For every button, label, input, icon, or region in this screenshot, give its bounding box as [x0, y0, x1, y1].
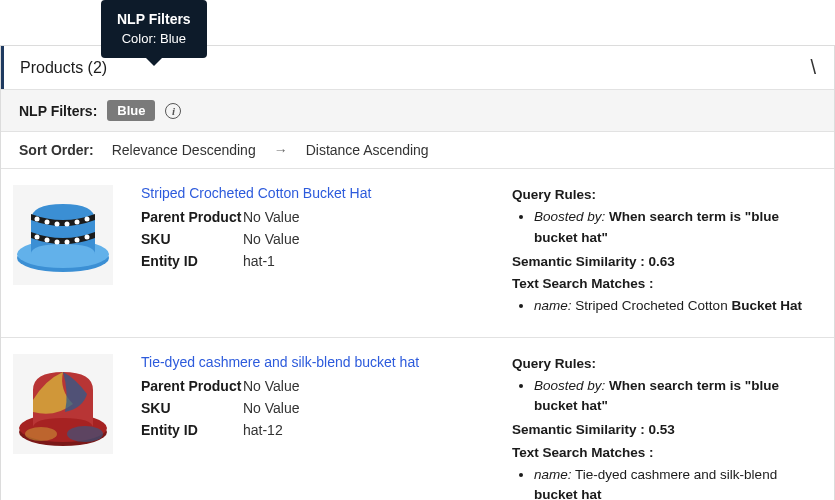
matches-list: name: Tie-dyed cashmere and silk-blend b…	[534, 465, 822, 500]
svg-point-17	[25, 427, 57, 441]
similarity-label: Semantic Similarity : 0.53	[512, 420, 822, 440]
similarity-prefix: Semantic Similarity :	[512, 422, 649, 437]
match-text-bold: bucket hat	[534, 487, 602, 500]
tooltip-subtitle: Color: Blue	[117, 30, 191, 48]
similarity-label: Semantic Similarity : 0.63	[512, 252, 822, 272]
field-value: No Value	[243, 231, 300, 247]
field-value: hat-12	[243, 422, 283, 438]
query-rules-label: Query Rules:	[512, 185, 822, 205]
svg-point-4	[55, 222, 60, 227]
info-icon[interactable]: i	[165, 103, 181, 119]
field-label: Entity ID	[141, 253, 243, 269]
explain-panel: Query Rules: Boosted by: When search ter…	[512, 185, 822, 321]
sort-row: Sort Order: Relevance Descending → Dista…	[1, 131, 834, 168]
arrow-right-icon: →	[274, 142, 288, 158]
boosted-by-label: Boosted by:	[534, 209, 605, 224]
field-sku: SKU No Value	[141, 231, 484, 247]
svg-point-12	[75, 238, 80, 243]
product-thumbnail[interactable]	[13, 185, 113, 285]
list-item: Boosted by: When search term is "blue bu…	[534, 207, 822, 248]
field-value: No Value	[243, 378, 300, 394]
matches-label: Text Search Matches :	[512, 443, 822, 463]
similarity-value: 0.53	[649, 422, 675, 437]
result-row: Tie-dyed cashmere and silk-blend bucket …	[1, 337, 834, 501]
svg-point-11	[65, 240, 70, 245]
field-label: SKU	[141, 400, 243, 416]
sort-label: Sort Order:	[19, 142, 94, 158]
field-entity-id: Entity ID hat-1	[141, 253, 484, 269]
similarity-prefix: Semantic Similarity :	[512, 254, 649, 269]
boosted-by-label: Boosted by:	[534, 378, 605, 393]
match-text-prefix: Striped Crocheted Cotton	[575, 298, 731, 313]
tooltip-color-value: Blue	[160, 31, 186, 46]
sort-secondary: Distance Ascending	[306, 142, 429, 158]
match-text-prefix: Tie-dyed cashmere and silk-blend	[575, 467, 777, 482]
list-item: name: Tie-dyed cashmere and silk-blend b…	[534, 465, 822, 500]
svg-point-8	[35, 235, 40, 240]
product-meta: Striped Crocheted Cotton Bucket Hat Pare…	[141, 185, 484, 321]
results-list: Striped Crocheted Cotton Bucket Hat Pare…	[1, 168, 834, 500]
hat-image-icon	[15, 196, 111, 274]
field-sku: SKU No Value	[141, 400, 484, 416]
sort-primary: Relevance Descending	[112, 142, 256, 158]
result-row: Striped Crocheted Cotton Bucket Hat Pare…	[1, 168, 834, 337]
filter-chip-blue[interactable]: Blue	[107, 100, 155, 121]
product-title-link[interactable]: Striped Crocheted Cotton Bucket Hat	[141, 185, 484, 201]
panel-toggle-icon[interactable]: \	[810, 56, 818, 79]
matches-label: Text Search Matches :	[512, 274, 822, 294]
field-label: Entity ID	[141, 422, 243, 438]
svg-point-9	[45, 238, 50, 243]
list-item: name: Striped Crocheted Cotton Bucket Ha…	[534, 296, 822, 316]
list-item: Boosted by: When search term is "blue bu…	[534, 376, 822, 417]
svg-point-13	[85, 235, 90, 240]
svg-point-5	[65, 222, 70, 227]
similarity-value: 0.63	[649, 254, 675, 269]
tooltip-color-label: Color:	[122, 31, 157, 46]
match-field-name: name:	[534, 467, 572, 482]
product-title-link[interactable]: Tie-dyed cashmere and silk-blend bucket …	[141, 354, 484, 370]
svg-point-1	[17, 240, 109, 268]
tooltip-title: NLP Filters	[117, 10, 191, 30]
query-rules-list: Boosted by: When search term is "blue bu…	[534, 207, 822, 248]
product-meta: Tie-dyed cashmere and silk-blend bucket …	[141, 354, 484, 501]
field-value: No Value	[243, 209, 300, 225]
matches-list: name: Striped Crocheted Cotton Bucket Ha…	[534, 296, 822, 316]
svg-point-2	[35, 217, 40, 222]
product-thumbnail[interactable]	[13, 354, 113, 454]
nlp-filter-label: NLP Filters:	[19, 103, 97, 119]
svg-point-7	[85, 217, 90, 222]
field-label: SKU	[141, 231, 243, 247]
field-parent-product: Parent Product No Value	[141, 378, 484, 394]
field-label: Parent Product	[141, 209, 243, 225]
field-value: No Value	[243, 400, 300, 416]
match-field-name: name:	[534, 298, 572, 313]
field-entity-id: Entity ID hat-12	[141, 422, 484, 438]
explain-panel: Query Rules: Boosted by: When search ter…	[512, 354, 822, 501]
field-value: hat-1	[243, 253, 275, 269]
query-rules-label: Query Rules:	[512, 354, 822, 374]
svg-point-3	[45, 220, 50, 225]
nlp-filter-row: NLP Filters: Blue i	[1, 89, 834, 131]
field-label: Parent Product	[141, 378, 243, 394]
svg-point-16	[67, 426, 103, 442]
hat-image-icon	[15, 360, 111, 448]
products-panel: Products (2) \ NLP Filters: Blue i Sort …	[0, 45, 835, 500]
query-rules-list: Boosted by: When search term is "blue bu…	[534, 376, 822, 417]
svg-point-6	[75, 220, 80, 225]
svg-point-10	[55, 240, 60, 245]
panel-title: Products (2)	[20, 59, 107, 77]
field-parent-product: Parent Product No Value	[141, 209, 484, 225]
nlp-filters-tooltip: NLP Filters Color: Blue	[101, 0, 207, 58]
match-text-bold: Bucket Hat	[731, 298, 802, 313]
